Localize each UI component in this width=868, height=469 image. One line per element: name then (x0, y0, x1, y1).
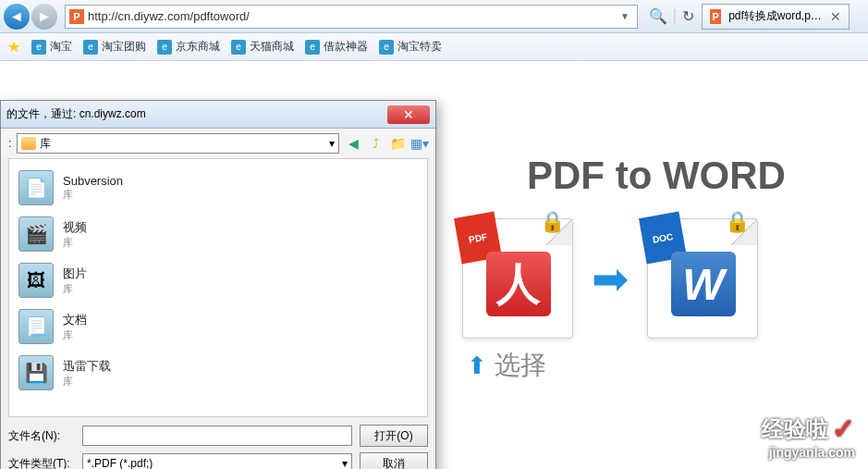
library-thumb-icon: 🎬 (18, 216, 54, 252)
dialog-footer: 文件名(N): 打开(O) 文件类型(T): *.PDF (*.pdf;) ▾ … (1, 417, 435, 469)
address-bar[interactable]: P http://cn.diywz.com/pdftoword/ ▼ (65, 5, 638, 29)
conversion-graphic: PDF 🔒 人 ➡ DOC 🔒 W (462, 218, 758, 339)
bookmark-icon: e (157, 40, 172, 55)
bookmark-icon: e (305, 40, 320, 55)
file-list[interactable]: 📄 Subversion库 🎬 视频库 🖼 图片库 📃 文档库 💾 迅雷下载库 (8, 158, 428, 417)
item-name: 视频 (63, 219, 87, 236)
cancel-button[interactable]: 取消 (360, 452, 428, 469)
watermark: 经验啦 ✓ jingyanla.com (762, 413, 855, 460)
browser-toolbar: ◄ ► P http://cn.diywz.com/pdftoword/ ▼ 🔍… (0, 0, 868, 33)
pdf-file-icon: PDF 🔒 人 (462, 218, 573, 339)
bookmark-item[interactable]: e天猫商城 (231, 39, 294, 55)
filetype-dropdown[interactable]: *.PDF (*.pdf;) ▾ (82, 453, 352, 469)
upload-arrow-icon: ⬆ (467, 352, 487, 380)
url-dropdown[interactable]: ▼ (617, 11, 633, 21)
bookmark-label: 淘宝 (50, 39, 72, 55)
item-name: 图片 (63, 265, 87, 282)
dialog-close-button[interactable]: ✕ (387, 105, 430, 124)
filename-input[interactable] (82, 426, 352, 446)
file-open-dialog: 的文件，通过: cn.diywz.com ✕ : 库 ▾ ◀ ⤴ 📁 ▦▾ 📄 … (0, 100, 436, 469)
bookmark-item[interactable]: e淘宝 (31, 39, 72, 55)
lock-icon: 🔒 (540, 210, 565, 234)
search-refresh-group: 🔍 | ↻ (642, 7, 702, 25)
bookmark-item[interactable]: e淘宝特卖 (379, 39, 442, 55)
check-icon: ✓ (832, 413, 855, 445)
select-file-button[interactable]: ⬆ 选择 (467, 348, 546, 383)
item-sub: 库 (63, 236, 87, 250)
nav-buttons: ◄ ► (0, 4, 61, 30)
library-item[interactable]: 🎬 视频库 (15, 211, 422, 257)
tab-close-icon[interactable]: ✕ (830, 9, 841, 24)
back-button[interactable]: ◄ (4, 4, 30, 30)
bookmark-item[interactable]: e借款神器 (305, 39, 368, 55)
item-sub: 库 (63, 188, 123, 202)
new-folder-icon[interactable]: 📁 (389, 135, 406, 152)
item-sub: 库 (63, 282, 87, 296)
folder-icon (21, 137, 36, 150)
bookmark-label: 天猫商城 (250, 39, 294, 55)
lock-icon: 🔒 (725, 210, 750, 234)
bookmark-icon: e (379, 40, 394, 55)
word-file-icon: DOC 🔒 W (647, 218, 758, 339)
tab-favicon: P (710, 9, 721, 24)
item-name: Subversion (63, 174, 123, 188)
adobe-pdf-logo: 人 (486, 252, 551, 316)
watermark-url: jingyanla.com (762, 445, 855, 460)
item-sub: 库 (63, 328, 87, 342)
back-icon[interactable]: ◀ (345, 135, 361, 152)
bookmarks-bar: ★ e淘宝 e淘宝团购 e京东商城 e天猫商城 e借款神器 e淘宝特卖 (0, 33, 868, 61)
refresh-icon[interactable]: ↻ (682, 7, 694, 25)
bookmark-icon: e (31, 40, 46, 55)
chevron-down-icon: ▾ (329, 137, 335, 150)
bookmark-item[interactable]: e京东商城 (157, 39, 220, 55)
item-name: 文档 (63, 312, 87, 328)
library-item[interactable]: 💾 迅雷下载库 (15, 350, 422, 396)
up-folder-icon[interactable]: ⤴ (367, 135, 384, 152)
dialog-titlebar[interactable]: 的文件，通过: cn.diywz.com ✕ (1, 101, 435, 129)
library-item[interactable]: 📃 文档库 (15, 303, 422, 350)
view-menu-icon[interactable]: ▦▾ (411, 135, 428, 152)
library-thumb-icon: 📄 (18, 170, 54, 205)
browser-tab[interactable]: P pdf转换成word,pdf转wor... ✕ (702, 4, 850, 30)
bookmark-label: 借款神器 (324, 39, 368, 55)
filename-label: 文件名(N): (8, 428, 75, 444)
arrow-right-icon: ➡ (592, 253, 629, 304)
library-thumb-icon: 🖼 (18, 263, 54, 298)
bookmark-label: 淘宝团购 (102, 39, 146, 55)
library-item[interactable]: 📄 Subversion库 (15, 165, 422, 211)
library-thumb-icon: 💾 (18, 355, 54, 390)
library-thumb-icon: 📃 (18, 309, 54, 344)
bookmark-icon: e (231, 40, 246, 55)
select-label-text: 选择 (495, 348, 546, 383)
search-icon[interactable]: 🔍 (649, 7, 667, 25)
item-name: 迅雷下载 (63, 358, 111, 375)
bookmark-label: 京东商城 (176, 39, 220, 55)
library-item[interactable]: 🖼 图片库 (15, 257, 422, 303)
bookmark-icon: e (83, 40, 98, 55)
tab-title: pdf转换成word,pdf转wor... (728, 8, 826, 24)
path-label: 库 (40, 136, 325, 152)
page-title: PDF to WORD (527, 154, 786, 198)
dialog-title-text: 的文件，通过: cn.diywz.com (6, 106, 146, 122)
dialog-toolbar: : 库 ▾ ◀ ⤴ 📁 ▦▾ (1, 129, 435, 158)
chevron-down-icon: ▾ (342, 457, 348, 469)
favicon: P (69, 9, 84, 24)
open-button[interactable]: 打开(O) (360, 425, 428, 447)
filetype-value: *.PDF (*.pdf;) (87, 457, 153, 469)
favorites-star-icon[interactable]: ★ (7, 38, 20, 56)
watermark-main: 经验啦 (762, 414, 828, 444)
bookmark-label: 淘宝特卖 (397, 39, 442, 55)
path-dropdown[interactable]: 库 ▾ (17, 133, 339, 154)
url-text: http://cn.diywz.com/pdftoword/ (88, 9, 617, 23)
bookmark-item[interactable]: e淘宝团购 (83, 39, 146, 55)
word-logo: W (671, 252, 736, 316)
forward-button[interactable]: ► (31, 4, 57, 30)
filetype-label: 文件类型(T): (8, 456, 75, 470)
item-sub: 库 (63, 375, 111, 389)
